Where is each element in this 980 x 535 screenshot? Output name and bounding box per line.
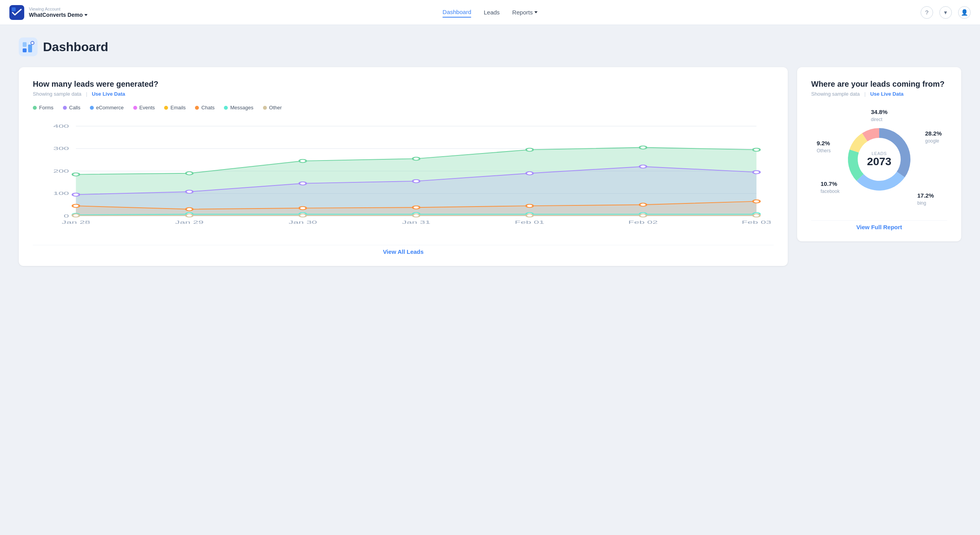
page-title-row: Dashboard (19, 37, 961, 56)
svg-text:Jan 28: Jan 28 (62, 220, 90, 225)
header-left: Viewing Account WhatConverts Demo (9, 5, 111, 20)
svg-point-43 (526, 204, 533, 207)
main-content: Dashboard How many leads were generated?… (0, 25, 980, 278)
svg-point-37 (640, 165, 647, 168)
legend-dot (90, 106, 94, 110)
svg-point-30 (640, 146, 647, 149)
nav-item-leads[interactable]: Leads (484, 7, 500, 17)
svg-point-7 (31, 42, 34, 44)
legend-dot (195, 106, 199, 110)
svg-point-26 (186, 172, 193, 175)
legend-dot (263, 106, 267, 110)
legend-item-calls: Calls (63, 105, 80, 111)
svg-text:400: 400 (53, 124, 69, 128)
help-button[interactable]: ? (921, 6, 933, 19)
leads-chart-card: How many leads were generated? Showing s… (19, 67, 788, 266)
chart-legend: FormsCallseCommerceEventsEmailsChatsMess… (33, 105, 774, 111)
main-nav: Dashboard Leads Reports (443, 7, 538, 18)
svg-point-40 (186, 208, 193, 211)
svg-point-57 (526, 214, 533, 217)
svg-point-31 (753, 148, 760, 151)
svg-point-35 (413, 180, 420, 183)
svg-point-39 (72, 204, 79, 207)
donut-label-facebook: 10.7% facebook (821, 180, 840, 194)
svg-text:Jan 29: Jan 29 (175, 220, 204, 225)
source-chart-card: Where are your leads coming from? Showin… (797, 67, 961, 241)
svg-point-34 (299, 182, 306, 185)
header: Viewing Account WhatConverts Demo Dashbo… (0, 0, 980, 25)
account-name-button[interactable]: WhatConverts Demo (29, 12, 88, 18)
svg-point-44 (640, 203, 647, 206)
svg-text:200: 200 (53, 169, 69, 173)
leads-chart-svg: 0100200300400Jan 28Jan 29Jan 30Jan 31Feb… (33, 118, 774, 235)
page-title: Dashboard (43, 40, 108, 54)
legend-item-chats: Chats (195, 105, 215, 111)
svg-point-56 (413, 214, 420, 217)
donut-wrapper: LEADS 2073 34.8% direct 28.2% google 17.… (817, 105, 942, 214)
dropdown-button[interactable]: ▾ (939, 6, 952, 19)
dashboard-icon (19, 37, 38, 56)
view-full-report-link[interactable]: View Full Report (811, 220, 947, 230)
legend-item-forms: Forms (33, 105, 54, 111)
svg-text:Jan 30: Jan 30 (288, 220, 317, 225)
legend-item-events: Events (133, 105, 155, 111)
nav-item-reports[interactable]: Reports (512, 7, 538, 17)
legend-item-emails: Emails (164, 105, 186, 111)
svg-point-36 (526, 172, 533, 175)
leads-use-live-data-link[interactable]: Use Live Data (92, 91, 125, 97)
legend-dot (164, 106, 168, 110)
legend-dot (33, 106, 37, 110)
svg-text:Jan 31: Jan 31 (402, 220, 431, 225)
svg-rect-3 (23, 48, 27, 52)
svg-rect-5 (23, 42, 27, 47)
svg-point-32 (72, 193, 79, 196)
svg-point-27 (299, 159, 306, 162)
svg-point-53 (72, 214, 79, 217)
svg-point-59 (753, 214, 760, 217)
source-chart-heading: Where are your leads coming from? (811, 80, 947, 89)
leads-chart-subtext: Showing sample data | Use Live Data (33, 91, 774, 97)
svg-text:Feb 01: Feb 01 (515, 220, 544, 225)
legend-dot (224, 106, 228, 110)
cards-row: How many leads were generated? Showing s… (19, 67, 961, 266)
svg-point-55 (299, 214, 306, 217)
svg-point-29 (526, 148, 533, 151)
svg-text:Feb 03: Feb 03 (742, 220, 771, 225)
donut-label-direct: 34.8% direct (871, 109, 888, 123)
leads-chart-heading: How many leads were generated? (33, 80, 774, 89)
reports-dropdown-icon (534, 11, 537, 13)
svg-point-28 (413, 157, 420, 160)
dropdown-icon: ▾ (944, 9, 947, 16)
header-right: ? ▾ 👤 (921, 6, 971, 19)
leads-chart-area: 0100200300400Jan 28Jan 29Jan 30Jan 31Feb… (33, 118, 774, 235)
svg-point-33 (186, 190, 193, 193)
donut-svg (836, 116, 922, 202)
svg-text:300: 300 (53, 146, 69, 151)
svg-point-25 (72, 173, 79, 176)
legend-item-other: Other (263, 105, 282, 111)
view-all-leads-link[interactable]: View All Leads (33, 245, 774, 255)
donut-label-others: 9.2% Others (817, 140, 831, 154)
legend-item-messages: Messages (224, 105, 253, 111)
logo-icon (9, 5, 24, 20)
legend-item-ecommerce: eCommerce (90, 105, 124, 111)
user-profile-button[interactable]: 👤 (958, 6, 971, 19)
user-icon: 👤 (961, 9, 968, 16)
svg-text:0: 0 (64, 214, 69, 218)
svg-point-38 (753, 171, 760, 174)
svg-point-54 (186, 214, 193, 217)
svg-point-41 (299, 207, 306, 210)
svg-rect-4 (28, 45, 32, 52)
svg-text:Feb 02: Feb 02 (628, 220, 658, 225)
svg-point-45 (753, 200, 760, 203)
svg-rect-1 (12, 7, 16, 11)
donut-label-bing: 17.2% bing (917, 192, 934, 206)
source-use-live-data-link[interactable]: Use Live Data (870, 91, 903, 97)
donut-label-google: 28.2% google (925, 130, 942, 144)
svg-point-58 (640, 214, 647, 217)
nav-item-dashboard[interactable]: Dashboard (443, 7, 471, 18)
viewing-label: Viewing Account (29, 7, 88, 12)
account-dropdown-icon (84, 14, 88, 16)
legend-dot (133, 106, 137, 110)
svg-text:100: 100 (53, 191, 69, 196)
